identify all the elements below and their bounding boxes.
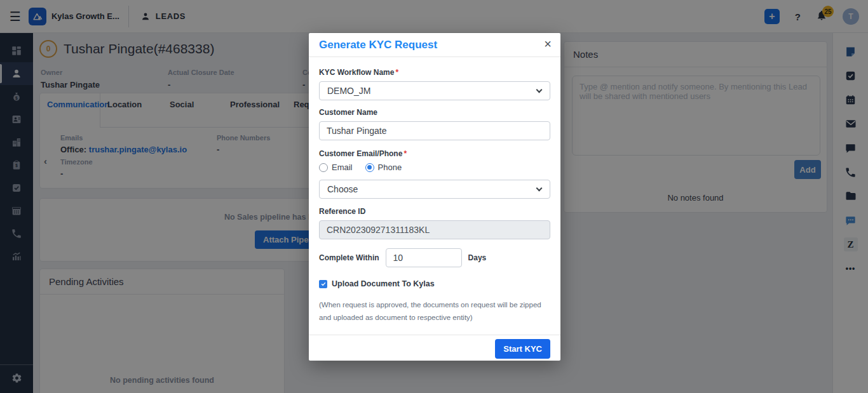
modal-body: KYC Workflow Name* DEMO_JM Customer Name… (309, 57, 560, 324)
reference-id-label: Reference ID (319, 207, 550, 216)
workflow-select[interactable]: DEMO_JM (319, 81, 550, 100)
customer-contact-label: Customer Email/Phone* (319, 149, 550, 158)
reference-id-input (319, 220, 550, 239)
modal-header: Generate KYC Request × (309, 33, 560, 57)
app-window: ☰ Kylas Growth E... LEADS + ? 25 T $ $ (0, 0, 868, 393)
radio-email[interactable]: Email (319, 163, 353, 172)
modal-title: Generate KYC Request (319, 39, 437, 51)
chevron-down-icon (536, 87, 543, 93)
chevron-down-icon (536, 185, 543, 192)
contact-type-radio-group: Email Phone (319, 163, 550, 172)
upload-note-text: (When request is approved, the documents… (319, 298, 554, 324)
customer-name-label: Customer Name (319, 108, 550, 117)
radio-phone[interactable]: Phone (365, 163, 402, 172)
start-kyc-button[interactable]: Start KYC (495, 339, 550, 359)
radio-unchecked-icon (319, 163, 328, 172)
radio-checked-icon (365, 163, 374, 172)
modal-footer: Start KYC (309, 335, 560, 361)
close-icon[interactable]: × (544, 37, 552, 50)
required-asterisk: * (395, 68, 398, 77)
days-label: Days (468, 253, 487, 262)
generate-kyc-modal: Generate KYC Request × KYC Workflow Name… (309, 33, 560, 361)
customer-name-input[interactable] (319, 121, 550, 140)
complete-within-input[interactable] (386, 248, 462, 267)
upload-document-label: Upload Document To Kylas (332, 279, 435, 288)
upload-document-checkbox-row[interactable]: Upload Document To Kylas (319, 279, 550, 288)
complete-within-row: Complete Within Days (319, 248, 550, 267)
phone-select[interactable]: Choose (319, 180, 550, 199)
required-asterisk: * (403, 149, 407, 158)
workflow-name-label: KYC Workflow Name* (319, 68, 550, 77)
complete-within-label: Complete Within (319, 253, 379, 262)
checkbox-checked-icon (319, 280, 327, 288)
